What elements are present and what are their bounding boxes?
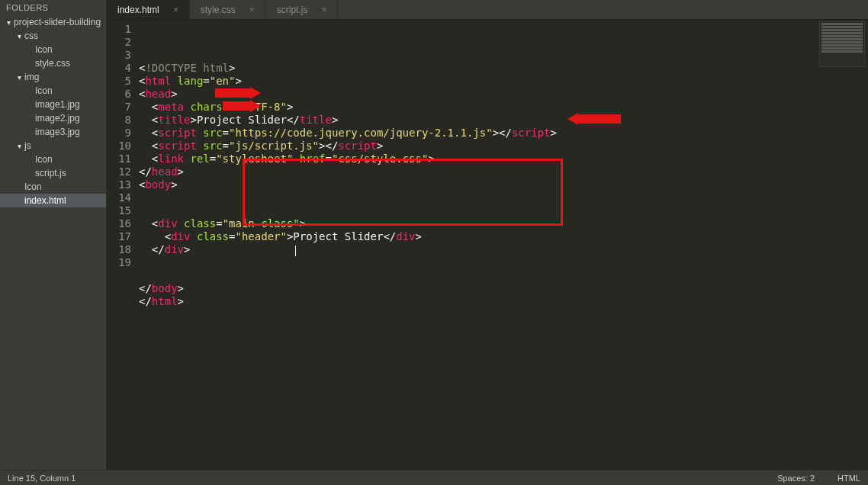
code-line[interactable]: <div class="header">Project Slider</div> xyxy=(139,230,868,243)
code-editor[interactable]: 12345678910111213141516171819 <!DOCTYPE … xyxy=(107,20,868,470)
tree-item-label: Icon xyxy=(35,154,53,165)
tree-arrow-icon: ▾ xyxy=(5,18,12,27)
text-cursor xyxy=(295,246,296,256)
line-gutter: 12345678910111213141516171819 xyxy=(107,20,139,470)
tree-item[interactable]: ▾project-slider-building xyxy=(0,15,106,29)
tree-item[interactable]: script.js xyxy=(0,166,106,180)
tree-item-label: Icon xyxy=(35,44,53,55)
code-content[interactable]: <!DOCTYPE html><html lang="en"><head> <m… xyxy=(139,20,868,470)
tree-item-label: script.js xyxy=(35,168,66,178)
tree-arrow-icon: ▾ xyxy=(15,142,23,150)
code-line[interactable] xyxy=(139,204,868,217)
tree-item[interactable]: Icon xyxy=(0,153,106,166)
line-number: 18 xyxy=(107,243,131,256)
line-number: 12 xyxy=(107,165,131,178)
code-line[interactable]: </html> xyxy=(139,295,868,308)
code-line[interactable]: </div> xyxy=(139,243,868,256)
tree-item-label: js xyxy=(24,140,31,151)
tab-bar[interactable]: index.html×style.css×script.js× xyxy=(107,0,868,20)
tree-item-label: style.css xyxy=(35,58,70,69)
line-number: 13 xyxy=(107,178,131,191)
tree-item[interactable]: ▾js xyxy=(0,139,106,153)
tree-item-label: Icon xyxy=(35,85,53,96)
sidebar: FOLDERS ▾project-slider-building▾cssIcon… xyxy=(0,0,107,470)
tree-item-label: css xyxy=(24,31,38,41)
line-number: 11 xyxy=(107,153,131,165)
code-line[interactable]: <html lang="en"> xyxy=(139,75,868,88)
tab-label: index.html xyxy=(117,5,159,15)
tree-item[interactable]: Icon xyxy=(0,84,106,98)
tree-item[interactable]: Icon xyxy=(0,180,106,194)
tree-arrow-icon: ▾ xyxy=(15,73,23,82)
line-number: 15 xyxy=(107,204,131,217)
status-indent[interactable]: Spaces: 2 xyxy=(777,474,815,483)
code-line[interactable]: <head> xyxy=(139,88,868,101)
tree-item[interactable]: index.html xyxy=(0,194,106,207)
status-language[interactable]: HTML xyxy=(837,474,860,483)
line-number: 5 xyxy=(107,75,131,88)
code-line[interactable]: <body> xyxy=(139,178,868,191)
tree-item-label: image1.jpg xyxy=(35,99,80,110)
line-number: 7 xyxy=(107,101,131,114)
line-number: 14 xyxy=(107,191,131,204)
tab[interactable]: index.html× xyxy=(107,0,190,19)
tree-item-label: project-slider-building xyxy=(14,17,101,27)
code-line[interactable]: <div class="main-class"> xyxy=(139,217,868,230)
status-bar[interactable]: Line 15, Column 1 Spaces: 2 HTML xyxy=(0,470,868,485)
code-line[interactable]: <title>Project Slider</title> xyxy=(139,114,868,127)
code-line[interactable] xyxy=(139,256,868,269)
code-line[interactable]: <meta charset="UTF-8"> xyxy=(139,101,868,114)
app-root: FOLDERS ▾project-slider-building▾cssIcon… xyxy=(0,0,868,485)
line-number: 1 xyxy=(107,23,131,36)
tree-item-label: image2.jpg xyxy=(35,113,80,124)
code-line[interactable] xyxy=(139,269,868,282)
tree-item[interactable]: ▾img xyxy=(0,70,106,84)
line-number: 10 xyxy=(107,140,131,153)
code-line[interactable]: </body> xyxy=(139,282,868,295)
editor-area: index.html×style.css×script.js× 12345678… xyxy=(107,0,868,470)
tree-item[interactable]: image3.jpg xyxy=(0,125,106,139)
folder-tree[interactable]: ▾project-slider-building▾cssIconstyle.cs… xyxy=(0,15,106,470)
sidebar-header: FOLDERS xyxy=(0,0,106,15)
tree-item[interactable]: image2.jpg xyxy=(0,111,106,125)
line-number: 4 xyxy=(107,62,131,75)
tree-item-label: Icon xyxy=(24,181,42,192)
line-number: 6 xyxy=(107,88,131,101)
line-number: 8 xyxy=(107,114,131,127)
main-area: FOLDERS ▾project-slider-building▾cssIcon… xyxy=(0,0,868,470)
tree-item-label: image3.jpg xyxy=(35,127,80,137)
tab-label: style.css xyxy=(201,5,236,15)
tree-item[interactable]: image1.jpg xyxy=(0,98,106,111)
line-number: 17 xyxy=(107,230,131,243)
line-number: 16 xyxy=(107,217,131,230)
close-icon[interactable]: × xyxy=(249,5,255,15)
line-number: 9 xyxy=(107,127,131,140)
tab[interactable]: style.css× xyxy=(190,0,266,19)
tree-item-label: index.html xyxy=(24,195,66,206)
code-line[interactable]: <!DOCTYPE html> xyxy=(139,62,868,75)
code-line[interactable]: <script src="js/script.js"></script> xyxy=(139,140,868,153)
tree-item[interactable]: ▾css xyxy=(0,29,106,43)
close-icon[interactable]: × xyxy=(321,5,326,15)
tab[interactable]: script.js× xyxy=(266,0,339,19)
code-line[interactable] xyxy=(139,191,868,204)
tab-label: script.js xyxy=(277,5,308,15)
status-cursor-pos: Line 15, Column 1 xyxy=(8,474,76,483)
tree-item-label: img xyxy=(24,72,39,82)
tree-item[interactable]: style.css xyxy=(0,56,106,70)
close-icon[interactable]: × xyxy=(173,5,178,15)
line-number: 2 xyxy=(107,36,131,49)
line-number: 3 xyxy=(107,49,131,62)
code-line[interactable]: </head> xyxy=(139,165,868,178)
code-line[interactable]: <link rel="stylesheet" href="css/style.c… xyxy=(139,153,868,165)
tree-item[interactable]: Icon xyxy=(0,43,106,56)
code-line[interactable]: <script src="https://code.jquery.com/jqu… xyxy=(139,127,868,140)
line-number: 19 xyxy=(107,256,131,269)
tree-arrow-icon: ▾ xyxy=(15,32,23,40)
minimap[interactable] xyxy=(819,21,865,67)
